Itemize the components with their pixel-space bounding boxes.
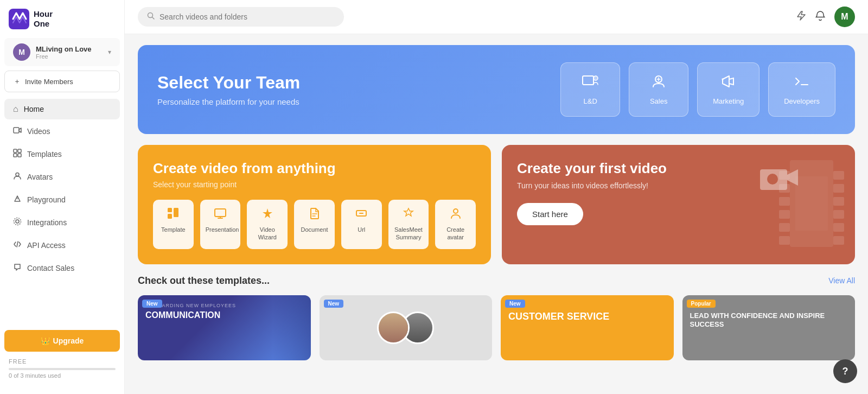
templates-icon [13, 149, 22, 160]
team-option-ld[interactable]: L&D [560, 62, 620, 117]
sidebar-item-avatars[interactable]: Avatars [4, 166, 120, 188]
home-icon: ⌂ [13, 104, 18, 114]
svg-rect-25 [779, 210, 790, 219]
camera-decoration [757, 161, 801, 196]
template-card-4[interactable]: Popular LEAD WITH CONFIDENCE AND INSPIRE… [682, 295, 856, 360]
document-icon [299, 207, 329, 223]
start-here-button[interactable]: Start here [517, 203, 583, 225]
svg-point-36 [767, 174, 778, 185]
api-access-icon [13, 240, 22, 251]
header-user-avatar[interactable]: M [834, 7, 855, 27]
view-all-link[interactable]: View All [828, 276, 855, 285]
video-wizard-icon [252, 207, 282, 223]
template-card-2[interactable]: New [320, 295, 493, 360]
svg-rect-33 [833, 236, 844, 245]
sales-icon [644, 74, 673, 93]
plus-icon: ＋ [14, 77, 21, 86]
progress-text: 0 of 3 minutes used [9, 372, 116, 379]
template-badge-1: New [142, 300, 162, 308]
page-content: Select Your Team Personalize the platfor… [125, 34, 868, 371]
team-option-marketing[interactable]: Marketing [697, 62, 760, 117]
svg-rect-11 [583, 76, 593, 85]
template-title-3: CUSTOMER SERVICE [508, 312, 666, 322]
sp-video-wizard-label: Video Wizard [252, 226, 282, 242]
starting-point-video-wizard[interactable]: Video Wizard [247, 200, 288, 249]
starting-point-document[interactable]: Document [294, 200, 335, 249]
sidebar-item-api-access[interactable]: API Access [4, 234, 120, 256]
svg-rect-17 [174, 208, 178, 217]
svg-point-14 [722, 78, 724, 80]
logo-text: HourOne [34, 9, 53, 29]
videos-icon [13, 126, 22, 137]
free-label: FREE [4, 358, 120, 365]
svg-point-6 [16, 173, 19, 176]
user-info[interactable]: M MLiving on Love Free ▾ [4, 38, 120, 66]
search-input[interactable] [159, 12, 335, 21]
developers-icon [784, 74, 820, 93]
starting-point-presentation[interactable]: Presentation [200, 200, 241, 249]
url-icon [347, 207, 376, 223]
svg-point-8 [16, 220, 19, 223]
svg-rect-24 [779, 197, 790, 206]
sp-document-label: Document [299, 226, 329, 233]
search-icon [146, 11, 155, 22]
sidebar: HourOne M MLiving on Love Free ▾ ＋ Invit… [0, 0, 125, 394]
svg-point-12 [593, 76, 598, 80]
template-card-1[interactable]: New Onboarding New Employees COMMUNICATI… [138, 295, 311, 360]
svg-rect-26 [779, 223, 790, 232]
team-option-developers-label: Developers [784, 97, 820, 105]
sidebar-nav: ⌂ Home Videos Templates Avatars Playgr [0, 99, 124, 280]
logo: HourOne [0, 9, 124, 38]
sp-url-label: Url [347, 226, 376, 233]
user-plan: Free [36, 53, 103, 60]
sidebar-item-home[interactable]: ⌂ Home [4, 99, 120, 119]
create-video-card: Create video from anything Select your s… [138, 145, 491, 264]
team-option-sales[interactable]: Sales [629, 62, 688, 117]
lightning-icon[interactable] [795, 10, 806, 24]
salesmeet-icon [394, 207, 424, 223]
main-content: M Select Your Team Personalize the platf… [125, 0, 868, 394]
two-col-section: Create video from anything Select your s… [138, 145, 855, 264]
svg-rect-18 [215, 209, 226, 217]
sidebar-item-integrations[interactable]: Integrations [4, 212, 120, 233]
invite-members-button[interactable]: ＋ Invite Members [4, 71, 120, 92]
user-name: MLiving on Love [36, 45, 103, 53]
starting-point-url[interactable]: Url [341, 200, 382, 249]
svg-rect-27 [779, 236, 790, 245]
svg-rect-30 [833, 197, 844, 206]
starting-point-template[interactable]: Template [153, 200, 194, 249]
team-option-sales-label: Sales [644, 97, 673, 105]
avatar: M [13, 43, 30, 61]
sidebar-item-templates[interactable]: Templates [4, 143, 120, 165]
svg-rect-15 [168, 208, 172, 212]
template-badge-2: New [324, 300, 344, 308]
svg-rect-3 [18, 149, 21, 152]
sp-create-avatar-label: Create avatar [441, 226, 470, 242]
templates-section: Check out these templates... View All Ne… [138, 275, 855, 360]
banner-title: Select Your Team [157, 73, 300, 93]
sidebar-item-playground[interactable]: Playground [4, 189, 120, 211]
sidebar-item-videos[interactable]: Videos [4, 120, 120, 142]
marketing-icon [713, 74, 744, 93]
team-option-developers[interactable]: Developers [768, 62, 835, 117]
upgrade-button[interactable]: 👑 Upgrade [4, 330, 120, 352]
starting-point-create-avatar[interactable]: Create avatar [435, 200, 476, 249]
svg-point-9 [14, 218, 21, 225]
svg-point-20 [454, 209, 458, 213]
search-bar[interactable] [138, 7, 344, 27]
select-team-banner: Select Your Team Personalize the platfor… [138, 45, 855, 134]
sidebar-item-contact-sales[interactable]: Contact Sales [4, 257, 120, 279]
sidebar-bottom: 👑 Upgrade FREE 0 of 3 minutes used [0, 323, 124, 385]
template-icon [158, 207, 188, 223]
template-title-4: LEAD WITH CONFIDENCE AND INSPIRE SUCCESS [690, 312, 848, 330]
template-card-3[interactable]: New CUSTOMER SERVICE [501, 295, 674, 360]
starting-point-salesmeet[interactable]: SalesMeet Summary [388, 200, 429, 249]
help-button[interactable]: ? [833, 359, 857, 383]
template-badge-4: Popular [687, 300, 716, 308]
chevron-down-icon: ▾ [108, 48, 111, 56]
header: M [125, 0, 868, 34]
notification-icon[interactable] [815, 10, 826, 24]
face-1 [377, 312, 410, 344]
team-options: L&D Sales Marketing [560, 62, 835, 117]
template-badge-3: New [505, 300, 525, 308]
